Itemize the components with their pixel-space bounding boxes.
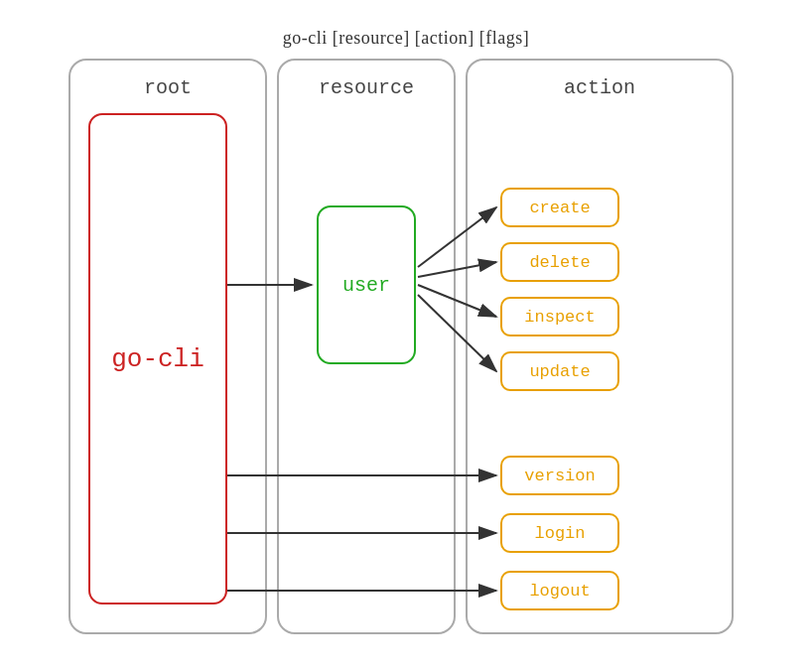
action-label-update: update: [529, 362, 590, 381]
action-box-inspect: inspect: [500, 297, 619, 336]
action-box-create: create: [500, 188, 619, 227]
action-label-delete: delete: [529, 253, 590, 272]
col-root-header: root: [70, 76, 265, 99]
resource-label: user: [342, 274, 390, 297]
action-box-update: update: [500, 351, 619, 391]
action-label-create: create: [529, 199, 590, 217]
action-box-logout: logout: [500, 571, 619, 610]
action-label-version: version: [524, 467, 595, 485]
action-label-login: login: [534, 524, 585, 543]
action-box-login: login: [500, 513, 619, 553]
action-label-logout: logout: [529, 582, 590, 601]
root-box: go-cli: [88, 113, 227, 604]
col-action-header: action: [468, 76, 732, 99]
action-box-delete: delete: [500, 242, 619, 282]
page-title: go-cli [resource] [action] [flags]: [283, 28, 529, 49]
action-box-version: version: [500, 456, 619, 495]
root-label: go-cli: [111, 344, 204, 374]
diagram: root resource action go-cli user create …: [59, 59, 753, 634]
resource-box: user: [317, 205, 416, 364]
col-resource-header: resource: [279, 76, 454, 99]
action-label-inspect: inspect: [524, 308, 595, 327]
